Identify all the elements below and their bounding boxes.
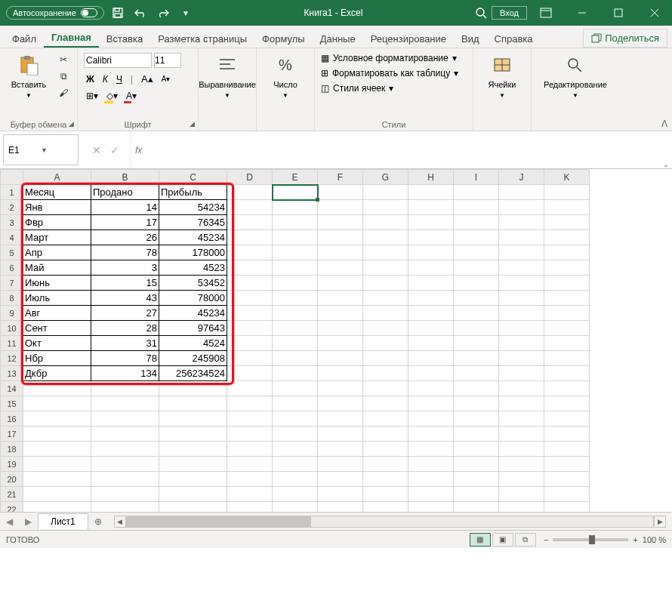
tab-review[interactable]: Рецензирование	[363, 29, 454, 48]
cell[interactable]	[91, 381, 159, 396]
cell[interactable]	[363, 351, 408, 366]
cell[interactable]	[273, 396, 318, 411]
cell[interactable]	[544, 502, 590, 513]
font-name-select[interactable]	[84, 53, 152, 68]
cell[interactable]	[273, 291, 318, 306]
column-header[interactable]: B	[91, 170, 159, 185]
row-header[interactable]: 4	[1, 230, 23, 245]
cell[interactable]	[499, 502, 544, 513]
cell[interactable]	[454, 185, 499, 200]
cell[interactable]: 45234	[159, 230, 227, 245]
cell[interactable]	[318, 411, 363, 427]
row-header[interactable]: 2	[1, 200, 23, 215]
cell[interactable]: Фвр	[23, 215, 91, 230]
sheet-nav-next-icon[interactable]: ▶	[19, 516, 38, 527]
font-size-select[interactable]	[154, 53, 181, 68]
sheet-tab[interactable]: Лист1	[38, 513, 88, 529]
cell[interactable]	[544, 215, 590, 230]
column-header[interactable]: C	[159, 170, 227, 185]
collapse-ribbon-icon[interactable]: ᐱ	[661, 119, 667, 129]
column-header[interactable]: A	[23, 170, 91, 185]
fill-color-icon[interactable]: ◇▾	[104, 90, 120, 102]
cell[interactable]	[454, 321, 499, 336]
decrease-font-icon[interactable]: A▾	[159, 74, 173, 84]
cell[interactable]	[454, 366, 499, 381]
format-as-table-button[interactable]: ⊞Форматировать как таблицу ▾	[321, 68, 467, 79]
ribbon-mode-icon[interactable]	[529, 0, 563, 26]
view-normal-icon[interactable]: ▦	[470, 533, 491, 547]
cell[interactable]	[363, 306, 408, 321]
row-header[interactable]: 11	[1, 336, 23, 351]
cell[interactable]	[363, 230, 408, 245]
row-header[interactable]: 9	[1, 306, 23, 321]
cell[interactable]	[499, 245, 544, 260]
cell[interactable]	[318, 351, 363, 366]
row-header[interactable]: 5	[1, 245, 23, 260]
cell[interactable]: 76345	[159, 215, 227, 230]
cell[interactable]	[227, 230, 273, 245]
cell[interactable]	[408, 306, 454, 321]
cell[interactable]: 26	[91, 230, 159, 245]
cell[interactable]: 28	[91, 321, 159, 336]
cell[interactable]	[363, 200, 408, 215]
cell[interactable]	[363, 396, 408, 411]
redo-icon[interactable]	[154, 4, 172, 22]
cell[interactable]	[273, 502, 318, 513]
cell[interactable]	[318, 427, 363, 442]
cell[interactable]	[273, 351, 318, 366]
cell[interactable]	[544, 276, 590, 291]
cell[interactable]	[499, 396, 544, 411]
cell[interactable]	[454, 200, 499, 215]
column-header[interactable]: K	[544, 170, 590, 185]
cell[interactable]: 43	[91, 291, 159, 306]
cell[interactable]	[454, 291, 499, 306]
cell[interactable]	[159, 411, 227, 427]
column-header[interactable]: E	[273, 170, 318, 185]
tab-help[interactable]: Справка	[487, 29, 541, 48]
column-header[interactable]: D	[227, 170, 273, 185]
cell[interactable]	[227, 411, 273, 427]
cell[interactable]	[273, 442, 318, 457]
cell[interactable]	[544, 366, 590, 381]
cell[interactable]	[544, 381, 590, 396]
minimize-button[interactable]	[565, 0, 600, 26]
share-button[interactable]: Поделиться	[583, 29, 667, 48]
select-all-corner[interactable]	[1, 170, 23, 185]
cell[interactable]	[159, 457, 227, 472]
cell[interactable]	[544, 306, 590, 321]
cell[interactable]	[273, 260, 318, 276]
cell[interactable]	[454, 336, 499, 351]
zoom-level[interactable]: 100 %	[643, 535, 666, 544]
cell[interactable]	[454, 381, 499, 396]
cell[interactable]	[499, 215, 544, 230]
cell[interactable]: Продано	[91, 185, 159, 200]
cell[interactable]	[499, 260, 544, 276]
paste-button[interactable]: Вставить ▼	[6, 53, 51, 99]
cell[interactable]	[408, 502, 454, 513]
add-sheet-icon[interactable]: ⊕	[88, 516, 108, 527]
cell[interactable]	[454, 215, 499, 230]
cell[interactable]	[363, 457, 408, 472]
cell[interactable]	[408, 291, 454, 306]
cell[interactable]	[159, 472, 227, 487]
row-header[interactable]: 15	[1, 396, 23, 411]
cell[interactable]	[408, 442, 454, 457]
row-header[interactable]: 16	[1, 411, 23, 427]
row-header[interactable]: 6	[1, 260, 23, 276]
cell[interactable]	[23, 442, 91, 457]
cell[interactable]	[318, 472, 363, 487]
cell[interactable]	[544, 185, 590, 200]
cell[interactable]	[23, 396, 91, 411]
cell[interactable]: 97643	[159, 321, 227, 336]
cell[interactable]	[363, 427, 408, 442]
cell[interactable]	[408, 260, 454, 276]
cell[interactable]	[227, 185, 273, 200]
cell[interactable]	[363, 487, 408, 502]
italic-button[interactable]: К	[100, 73, 110, 85]
row-header[interactable]: 17	[1, 427, 23, 442]
cell[interactable]	[544, 411, 590, 427]
cell[interactable]: Сент	[23, 321, 91, 336]
cell[interactable]	[363, 381, 408, 396]
maximize-button[interactable]	[601, 0, 636, 26]
cell[interactable]	[408, 200, 454, 215]
